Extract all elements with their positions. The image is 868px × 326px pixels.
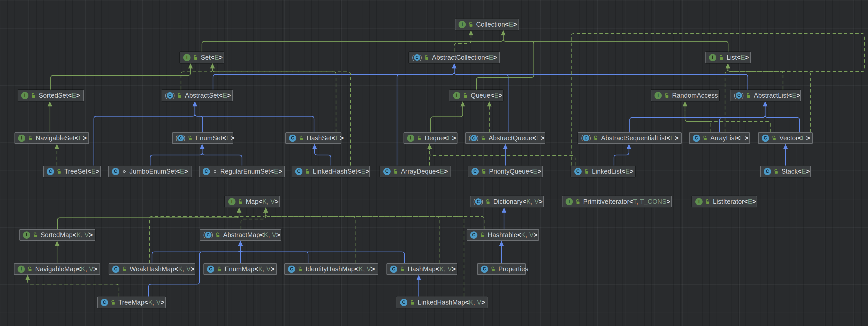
node-vector[interactable]: CVector<E> [758, 132, 813, 144]
node-weakhashmap[interactable]: CWeakHashMap<K, V> [108, 263, 195, 275]
edge-identityhashmap-extends-abstractmap [240, 244, 308, 263]
arrowhead-extends-into-collection [501, 30, 505, 35]
node-hashmap[interactable]: CHashMap<K, V> [386, 263, 457, 275]
node-queue[interactable]: IQueue<E> [450, 90, 503, 101]
public-lock-icon [31, 93, 36, 99]
node-arraylist[interactable]: CArrayList<E> [689, 132, 750, 144]
edge-abstractset-implements-set [181, 67, 213, 90]
edge-list-extends-collection [503, 34, 728, 52]
class-icon: C [288, 266, 295, 273]
node-abstractset[interactable]: (C)AbstractSet<E> [161, 90, 232, 101]
class-icon: C [390, 266, 397, 273]
node-identityhashmap[interactable]: CIdentityHashMap<K, V> [284, 263, 378, 275]
class-name-label: Queue<E> [471, 92, 502, 99]
abstract-class-icon: (C) [165, 92, 175, 99]
public-lock-icon [746, 93, 751, 99]
interface-icon: I [21, 92, 28, 99]
edge-linkedhashset-extends-hashset [315, 148, 331, 166]
node-priorityqueue[interactable]: CPriorityQueue<E> [468, 166, 543, 177]
abstract-class-icon: (C) [412, 54, 422, 61]
node-arraydeque[interactable]: CArrayDeque<E> [380, 166, 451, 177]
node-hashset[interactable]: CHashSet<E> [285, 132, 341, 144]
arrowhead-implements-into-collection [469, 30, 473, 35]
node-dictionary[interactable]: (C)Dictionary<K, V> [470, 196, 544, 207]
node-listiterator[interactable]: IListIterator<E> [692, 196, 757, 207]
public-lock-icon [480, 135, 486, 141]
public-lock-icon [702, 135, 708, 141]
public-lock-icon [187, 135, 193, 141]
interface-icon: I [228, 198, 236, 205]
arrowhead-extends-into-map [237, 207, 241, 213]
interface-icon: I [18, 135, 25, 142]
node-abstractmap[interactable]: (C)AbstractMap<K, V> [200, 229, 281, 241]
public-lock-icon [298, 266, 303, 272]
node-navigableset[interactable]: INavigableSet<E> [14, 132, 89, 144]
arrowhead-extends-into-abstractqueue [503, 144, 508, 149]
class-name-label: TreeMap<K, V> [118, 299, 164, 306]
class-icon: C [400, 299, 407, 306]
node-linkedlist[interactable]: CLinkedList<E> [571, 166, 636, 177]
node-abstractcollection[interactable]: (C)AbstractCollection<E> [409, 52, 500, 63]
edge-treemap-implements-navigablemap [28, 279, 119, 297]
node-treeset[interactable]: CTreeSet<E> [43, 166, 101, 177]
public-lock-icon [719, 55, 724, 61]
node-map[interactable]: IMap<K, V> [225, 196, 280, 207]
node-abstractlist[interactable]: (C)AbstractList<E> [731, 90, 801, 101]
node-list[interactable]: IList<E> [705, 52, 751, 63]
edge-arraydeque-extends-abstractcollection [397, 67, 454, 166]
node-hashtable[interactable]: CHashtable<K, V> [467, 229, 539, 241]
class-name-label: TreeSet<E> [64, 168, 99, 175]
arrowhead-extends-into-abstractset [193, 101, 197, 106]
interface-icon: I [709, 54, 716, 61]
node-deque[interactable]: IDeque<E> [403, 132, 458, 144]
node-abstractqueue[interactable]: (C)AbstractQueue<E> [465, 132, 546, 144]
class-name-label: AbstractList<E> [754, 92, 800, 99]
node-primitiveiterator[interactable]: IPrimitiveIterator<T, T_CONS> [562, 196, 672, 207]
node-collection[interactable]: ICollection<E> [455, 19, 519, 30]
node-regularenumset[interactable]: CRegularEnumSet<E> [199, 166, 285, 177]
class-name-label: Hashtable<K, V> [488, 231, 537, 239]
node-treemap[interactable]: CTreeMap<K, V> [97, 297, 166, 308]
node-randomaccess[interactable]: IRandomAccess [651, 90, 719, 101]
node-sortedmap[interactable]: ISortedMap<K, V> [20, 229, 95, 241]
node-enumset[interactable]: (C)EnumSet<E> [172, 132, 233, 144]
arrowhead-extends-into-sortedmap [55, 241, 59, 246]
node-navigablemap[interactable]: INavigableMap<K, V> [14, 263, 100, 275]
node-enummap[interactable]: CEnumMap<K, V> [204, 263, 277, 275]
node-abstractsequentiallist[interactable]: (C)AbstractSequentialList<E> [578, 132, 682, 144]
public-lock-icon [393, 168, 399, 175]
edge-linkedhashmap-implements-map [266, 211, 464, 297]
public-lock-icon [299, 135, 304, 141]
class-icon: C [575, 168, 582, 175]
edge-arraylist-implements-randomaccess [685, 105, 711, 132]
class-icon: C [764, 168, 771, 175]
public-lock-icon [177, 93, 183, 99]
public-lock-icon [215, 232, 221, 238]
edge-hashset-extends-abstractset [195, 105, 314, 132]
public-lock-icon [217, 266, 222, 272]
class-name-label: Map<K, V> [246, 198, 279, 205]
edge-sortedmap-extends-map [57, 211, 239, 229]
class-icon: C [112, 266, 119, 273]
edge-weakhashmap-extends-abstractmap [152, 244, 240, 263]
class-name-label: SortedSet<E> [39, 92, 80, 99]
arrowhead-extends-into-dictionary [502, 207, 506, 213]
uml-diagram-canvas[interactable]: ICollection<E>ISet<E>(C)AbstractCollecti… [0, 0, 868, 326]
public-lock-icon [238, 199, 244, 205]
class-name-label: SortedMap<K, V> [40, 231, 93, 239]
node-linkedhashset[interactable]: CLinkedHashSet<E> [291, 166, 370, 177]
class-name-label: AbstractSequentialList<E> [601, 134, 679, 142]
edge-abstractsequentiallist-extends-abstractlist [630, 105, 765, 132]
edge-abstractcollection-implements-collection [454, 34, 471, 52]
public-lock-icon [584, 168, 590, 175]
node-jumboenumset[interactable]: CJumboEnumSet<E> [108, 166, 192, 177]
class-name-label: Stack<E> [781, 168, 810, 175]
node-properties[interactable]: CProperties [477, 263, 526, 275]
interface-icon: I [183, 54, 190, 61]
node-stack[interactable]: CStack<E> [760, 166, 811, 177]
class-name-label: Dictionary<K, V> [493, 198, 542, 205]
node-set[interactable]: ISet<E> [180, 52, 224, 63]
node-sortedset[interactable]: ISortedSet<E> [18, 90, 84, 101]
class-name-label: IdentityHashMap<K, V> [306, 265, 375, 273]
node-linkedhashmap[interactable]: CLinkedHashMap<K, V> [397, 297, 488, 308]
